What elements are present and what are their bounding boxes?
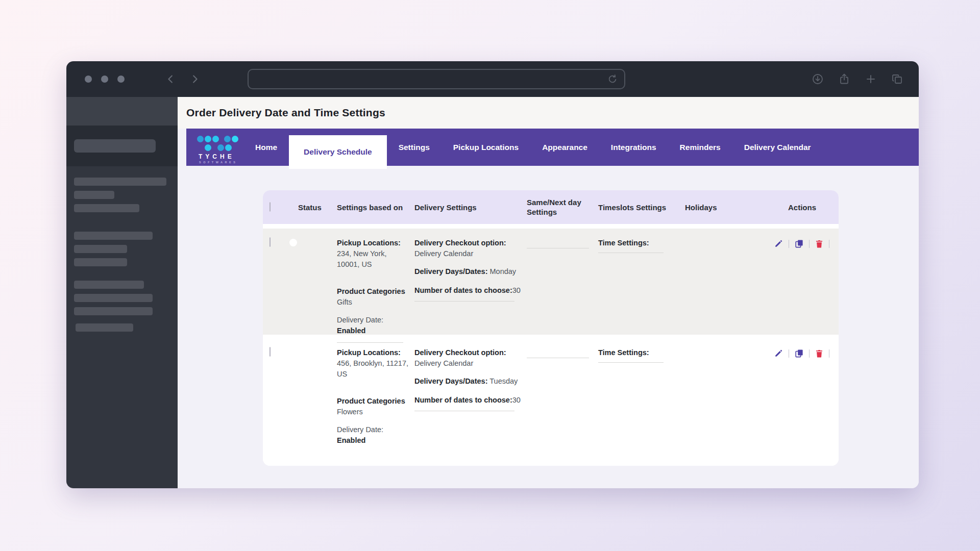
column-header-actions: Actions xyxy=(766,203,839,212)
logo-dot xyxy=(212,136,219,142)
duplicate-icon[interactable] xyxy=(794,348,804,358)
toggle-knob xyxy=(289,239,297,246)
divider xyxy=(829,240,829,248)
sidebar-skeleton-bar xyxy=(74,232,153,240)
same-next-day-cell xyxy=(521,347,592,358)
sidebar-skeleton-bar xyxy=(74,178,166,186)
delivery-date-label: Delivery Date: xyxy=(337,315,408,325)
tab-pickup-locations[interactable]: Pickup Locations xyxy=(442,129,530,166)
tab-settings[interactable]: Settings xyxy=(387,129,442,166)
delivery-days-value: Monday xyxy=(490,267,517,276)
divider xyxy=(598,253,664,253)
tab-home[interactable]: Home xyxy=(243,129,289,166)
delivery-date-value: Enabled xyxy=(337,325,408,336)
delivery-date-label: Delivery Date: xyxy=(337,424,408,435)
tab-appearance[interactable]: Appearance xyxy=(530,129,599,166)
pickup-locations-label: Pickup Locations: xyxy=(337,347,408,358)
forward-icon[interactable] xyxy=(189,73,200,85)
delivery-date-value: Enabled xyxy=(337,435,408,446)
main-content: Order Delivery Date and Time Settings TY… xyxy=(178,97,919,488)
logo-dot xyxy=(225,144,232,151)
sidebar-skeleton-bar xyxy=(74,258,127,266)
table-row: Pickup Locations: 456, Brooklyn, 11217, … xyxy=(263,338,839,466)
new-tab-icon[interactable] xyxy=(865,73,877,85)
product-categories-value: Gifts xyxy=(337,297,408,308)
plugin-tabs: Home Delivery Schedule Settings Pickup L… xyxy=(243,129,823,166)
divider xyxy=(789,240,789,248)
column-header-same-next-day: Same/Next day Settings xyxy=(521,197,592,217)
sidebar-menu xyxy=(66,166,178,337)
tab-reminders[interactable]: Reminders xyxy=(668,129,732,166)
page-header: Order Delivery Date and Time Settings xyxy=(178,97,919,129)
window-control-dot[interactable] xyxy=(85,76,92,83)
toggle-knob xyxy=(289,348,297,356)
delete-icon[interactable] xyxy=(815,239,824,248)
actions-cell xyxy=(766,238,839,248)
divider xyxy=(598,362,664,363)
column-header-holidays: Holidays xyxy=(679,203,766,212)
sidebar-skeleton-bar xyxy=(74,307,153,315)
delivery-days-value: Tuesday xyxy=(489,377,518,385)
logo-sub-text: SOFTWARES xyxy=(199,161,237,164)
edit-icon[interactable] xyxy=(774,348,783,358)
refresh-icon[interactable] xyxy=(607,73,618,85)
divider xyxy=(414,301,514,302)
share-icon[interactable] xyxy=(838,73,850,85)
same-next-day-cell xyxy=(521,238,592,248)
delivery-schedule-table: Status Settings based on Delivery Settin… xyxy=(263,190,839,466)
table-row: Pickup Locations: 234, New York, 10001, … xyxy=(263,229,839,335)
table-header: Status Settings based on Delivery Settin… xyxy=(263,190,839,224)
column-header-delivery-settings: Delivery Settings xyxy=(408,203,521,212)
window-controls xyxy=(85,76,125,83)
logo-dot xyxy=(232,136,238,142)
sidebar-highlight-band xyxy=(66,126,178,166)
delivery-settings-cell: Delivery Checkout option: Delivery Calen… xyxy=(408,238,521,302)
product-categories-label: Product Categories xyxy=(337,396,408,407)
sidebar-skeleton-bar xyxy=(74,245,127,253)
product-categories-value: Flowers xyxy=(337,407,408,417)
timeslots-cell: Time Settings: xyxy=(592,347,679,363)
browser-window: Order Delivery Date and Time Settings TY… xyxy=(66,61,919,488)
delete-icon[interactable] xyxy=(815,349,824,358)
tab-delivery-calendar[interactable]: Delivery Calendar xyxy=(732,129,823,166)
column-header-settings-based-on: Settings based on xyxy=(331,203,408,212)
column-header-status: Status xyxy=(292,203,331,212)
sidebar-skeleton-bar xyxy=(74,191,114,199)
divider xyxy=(789,349,789,358)
logo-dot xyxy=(197,136,204,142)
pickup-locations-value: 456, Brooklyn, 11217, US xyxy=(337,358,408,380)
logo-dot xyxy=(217,144,224,151)
page-title: Order Delivery Date and Time Settings xyxy=(186,107,385,119)
delivery-days-label: Delivery Days/Dates: xyxy=(414,267,487,276)
duplicate-icon[interactable] xyxy=(794,239,804,248)
divider xyxy=(809,349,810,358)
column-header-timeslots: Timeslots Settings xyxy=(592,203,679,212)
page-body: Status Settings based on Delivery Settin… xyxy=(178,166,919,488)
row-checkbox[interactable] xyxy=(270,237,271,247)
pickup-locations-label: Pickup Locations: xyxy=(337,238,408,248)
address-bar[interactable] xyxy=(248,69,625,89)
plugin-navbar: TYCHE SOFTWARES Home Delivery Schedule S… xyxy=(186,129,919,166)
admin-sidebar xyxy=(66,97,178,488)
window-control-dot[interactable] xyxy=(117,76,125,83)
delivery-settings-cell: Delivery Checkout option: Delivery Calen… xyxy=(408,347,521,411)
tabs-overview-icon[interactable] xyxy=(891,73,903,85)
divider xyxy=(414,411,514,411)
pickup-locations-value: 234, New York, 10001, US xyxy=(337,248,408,270)
actions-cell xyxy=(766,347,839,358)
tab-delivery-schedule[interactable]: Delivery Schedule xyxy=(289,135,387,169)
back-icon[interactable] xyxy=(165,73,177,85)
row-checkbox[interactable] xyxy=(270,347,271,357)
time-settings-label: Time Settings: xyxy=(598,238,679,248)
window-control-dot[interactable] xyxy=(101,76,108,83)
edit-icon[interactable] xyxy=(774,239,783,248)
divider xyxy=(527,248,589,248)
tab-integrations[interactable]: Integrations xyxy=(599,129,668,166)
dates-count-label: Number of dates to choose: xyxy=(414,286,512,294)
sidebar-skeleton-bar xyxy=(74,139,156,153)
sidebar-skeleton-bar xyxy=(74,281,144,289)
download-icon[interactable] xyxy=(812,73,824,85)
select-all-checkbox[interactable] xyxy=(270,202,271,212)
checkout-option-value: Delivery Calendar xyxy=(414,358,521,369)
settings-based-on-cell: Pickup Locations: 456, Brooklyn, 11217, … xyxy=(331,347,408,446)
